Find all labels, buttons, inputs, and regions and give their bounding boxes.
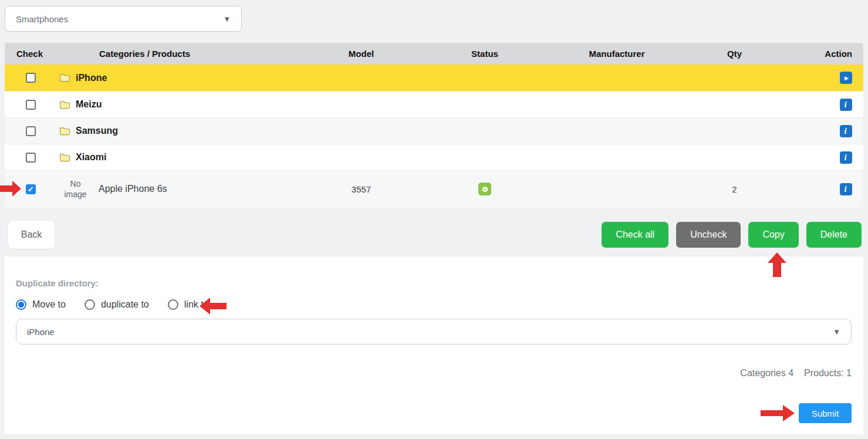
radio-unselected-icon[interactable]: [168, 299, 178, 310]
row-checkbox[interactable]: [26, 100, 36, 110]
copy-button[interactable]: Copy: [748, 222, 798, 248]
play-icon[interactable]: ▶: [840, 72, 852, 84]
category-name[interactable]: Meizu: [76, 99, 102, 110]
table-row-xiaomi[interactable]: Xiaomi i: [5, 144, 863, 170]
radio-duplicate-to-label: duplicate to: [101, 299, 149, 310]
info-icon[interactable]: i: [840, 183, 852, 195]
row-checkbox[interactable]: [26, 73, 36, 83]
categories-count: Categories 4: [740, 368, 793, 379]
status-enabled-icon: [478, 183, 491, 195]
table-row-meizu[interactable]: Meizu i: [5, 91, 863, 117]
chevron-down-icon: ▼: [223, 15, 231, 23]
header-action: Action: [775, 49, 863, 59]
uncheck-button[interactable]: Uncheck: [676, 222, 741, 248]
product-qty: 2: [732, 184, 737, 194]
duplicate-mode-options: Move to duplicate to link to: [16, 299, 209, 310]
toolbar: Back Check all Uncheck Copy Delete: [0, 221, 868, 249]
duplicate-directory-panel: Duplicate directory: Move to duplicate t…: [5, 256, 863, 434]
radio-link-to-label: link to: [184, 299, 209, 310]
category-name[interactable]: iPhone: [76, 73, 107, 83]
back-button[interactable]: Back: [8, 221, 55, 249]
table-row-iphone[interactable]: iPhone ▶: [5, 65, 863, 91]
radio-move-to[interactable]: Move to: [16, 299, 66, 310]
category-filter-select[interactable]: Smartphones ▼: [5, 6, 242, 32]
duplicate-directory-label: Duplicate directory:: [16, 278, 99, 288]
products-count: Products: 1: [804, 368, 852, 379]
info-icon[interactable]: i: [840, 99, 852, 111]
info-icon[interactable]: i: [840, 125, 852, 137]
target-directory-value: iPhone: [27, 327, 55, 337]
header-check: Check: [5, 49, 56, 59]
radio-move-to-label: Move to: [32, 299, 66, 310]
header-qty: Qty: [694, 49, 775, 59]
row-checkbox[interactable]: ✓: [26, 184, 36, 194]
target-directory-select[interactable]: iPhone ▼: [16, 319, 852, 345]
delete-button[interactable]: Delete: [806, 222, 862, 248]
category-filter-value: Smartphones: [16, 14, 68, 24]
category-name[interactable]: Xiaomi: [76, 152, 106, 163]
chevron-down-icon: ▼: [833, 327, 840, 336]
summary-counts: Categories 4 Products: 1: [740, 368, 852, 379]
categories-products-table: Check Categories / Products Model Status…: [5, 43, 863, 207]
radio-duplicate-to[interactable]: duplicate to: [85, 299, 149, 310]
radio-unselected-icon[interactable]: [85, 299, 95, 310]
submit-button[interactable]: Submit: [799, 403, 852, 423]
folder-icon: [59, 127, 70, 136]
row-checkbox[interactable]: [26, 126, 36, 136]
product-image-placeholder: No image: [59, 178, 92, 200]
folder-icon: [59, 100, 70, 109]
table-header-row: Check Categories / Products Model Status…: [5, 43, 863, 65]
header-model: Model: [292, 49, 430, 59]
category-name[interactable]: Samsung: [76, 126, 118, 136]
table-row-samsung[interactable]: Samsung i: [5, 117, 863, 144]
radio-link-to[interactable]: link to: [168, 299, 209, 310]
folder-icon: [59, 153, 70, 162]
header-status: Status: [430, 49, 539, 59]
header-manufacturer: Manufacturer: [539, 49, 694, 59]
header-categories: Categories / Products: [56, 49, 292, 59]
category-manager-page: { "colors": { "page_bg": "#eff1f2", "hea…: [0, 0, 868, 439]
check-all-button[interactable]: Check all: [602, 222, 668, 248]
product-name[interactable]: Apple iPhone 6s: [99, 184, 167, 194]
info-icon[interactable]: i: [840, 151, 852, 164]
table-row-product[interactable]: ✓ No image Apple iPhone 6s 3557 2 i: [5, 170, 863, 207]
product-model: 3557: [352, 184, 371, 194]
folder-icon: [59, 73, 70, 82]
row-checkbox[interactable]: [26, 153, 36, 163]
radio-selected-icon[interactable]: [16, 299, 26, 310]
